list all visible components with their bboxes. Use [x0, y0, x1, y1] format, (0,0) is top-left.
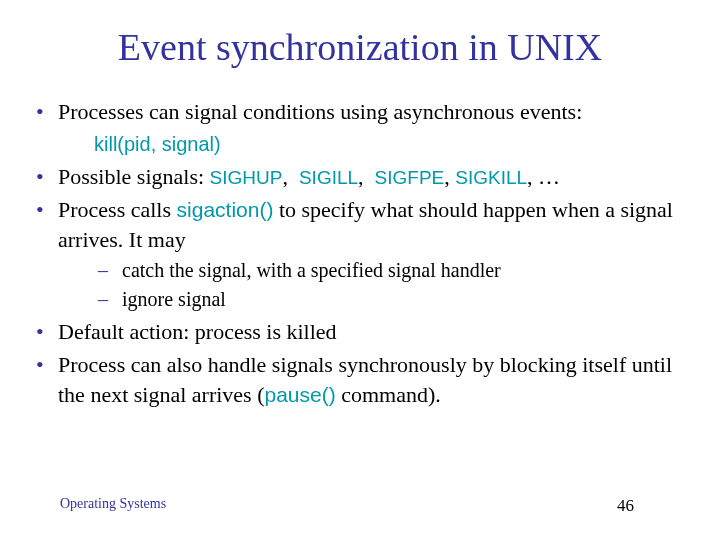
text: command). — [336, 382, 441, 407]
signal-name: SIGKILL — [455, 167, 527, 188]
sub-item: ignore signal — [58, 286, 690, 313]
text: , — [282, 164, 299, 189]
sub-item: catch the signal, with a specified signa… — [58, 257, 690, 284]
bullet-item: Possible signals: SIGHUP, SIGILL, SIGFPE… — [30, 162, 690, 192]
text: , — [444, 164, 455, 189]
footer-course: Operating Systems — [60, 496, 166, 512]
bullet-item: Process calls sigaction() to specify wha… — [30, 195, 690, 312]
bullet-list: Possible signals: SIGHUP, SIGILL, SIGFPE… — [30, 162, 690, 410]
text: Process calls — [58, 197, 177, 222]
text: Possible signals: — [58, 164, 210, 189]
bullet-item: Processes can signal conditions using as… — [30, 97, 690, 127]
slide: Event synchronization in UNIX Processes … — [0, 0, 720, 540]
bullet-item: Default action: process is killed — [30, 317, 690, 347]
page-number: 46 — [617, 496, 634, 516]
code-inline: pause() — [265, 383, 336, 406]
slide-title: Event synchronization in UNIX — [30, 25, 690, 69]
signal-name: SIGHUP — [210, 167, 283, 188]
bullet-item: Process can also handle signals synchron… — [30, 350, 690, 409]
code-line: kill(pid, signal) — [30, 131, 690, 158]
bullet-list: Processes can signal conditions using as… — [30, 97, 690, 127]
sub-list: catch the signal, with a specified signa… — [58, 257, 690, 313]
text: , — [358, 164, 375, 189]
code-inline: sigaction() — [177, 198, 274, 221]
signal-name: SIGFPE — [375, 167, 445, 188]
signal-name: SIGILL — [299, 167, 358, 188]
text: , … — [527, 164, 560, 189]
